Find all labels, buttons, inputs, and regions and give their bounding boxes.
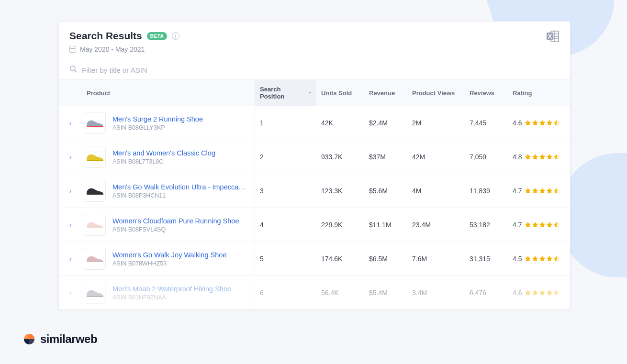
filter-bar — [59, 60, 570, 80]
rating-value: 4.5 — [513, 255, 522, 263]
product-cell: Women's Go Walk Joy Walking ShoeASIN B07… — [82, 242, 255, 276]
cell-reviews: 6,476 — [465, 276, 508, 309]
cell-product-views: 23.4M — [407, 208, 465, 242]
column-rating[interactable]: Rating — [508, 80, 570, 106]
column-search-position[interactable]: Search Position ↑ — [255, 80, 316, 106]
product-thumbnail[interactable] — [84, 248, 106, 270]
column-reviews[interactable]: Reviews — [465, 80, 508, 106]
product-asin: ASIN B08P3HCN11 — [112, 192, 246, 199]
product-asin: ASIN B08L7T3L8C — [112, 158, 215, 165]
date-range-label: May 2020 - May 2021 — [80, 45, 145, 53]
product-asin: ASIN B08FSVL4SQ — [112, 226, 239, 233]
table-row: ›Women's Cloudfoam Pure Running ShoeASIN… — [59, 208, 570, 242]
table-row: ›Men's Moab 2 Waterproof Hiking ShoeASIN… — [59, 276, 570, 309]
product-cell: Men's Moab 2 Waterproof Hiking ShoeASIN … — [82, 276, 255, 309]
cell-reviews: 11,839 — [465, 174, 508, 208]
rating-stars — [525, 154, 560, 160]
table-row: ›Men's and Women's Classic ClogASIN B08L… — [59, 140, 570, 174]
rating-value: 4.8 — [513, 153, 522, 161]
sort-ascending-icon: ↑ — [309, 89, 312, 97]
product-cell: Men's Surge 2 Running ShoeASIN B08GLLY3K… — [82, 106, 255, 140]
brand-name: similarweb — [40, 332, 97, 346]
cell-units-sold: 123.3K — [316, 174, 364, 208]
product-title-link[interactable]: Men's Surge 2 Running Shoe — [112, 115, 203, 123]
product-title-link[interactable]: Men's and Women's Classic Clog — [112, 149, 215, 157]
product-asin: ASIN B078WHHZ53 — [112, 260, 226, 267]
product-title-link[interactable]: Men's Go Walk Evolution Ultra - Impecca… — [112, 183, 246, 191]
cell-revenue: $5.6M — [364, 174, 407, 208]
cell-product-views: 4M — [407, 174, 465, 208]
product-thumbnail[interactable] — [84, 146, 106, 168]
column-expand — [59, 80, 82, 106]
cell-search-position: 4 — [255, 208, 316, 242]
expand-chevron-icon[interactable]: › — [69, 255, 72, 263]
expand-chevron-icon[interactable]: › — [69, 221, 72, 229]
rating-value: 4.6 — [513, 119, 522, 127]
table-row: ›Women's Go Walk Joy Walking ShoeASIN B0… — [59, 242, 570, 276]
column-revenue[interactable]: Revenue — [364, 80, 407, 106]
table-row: ›Men's Surge 2 Running ShoeASIN B08GLLY3… — [59, 106, 570, 140]
rating-value: 4.7 — [513, 187, 522, 195]
info-icon[interactable]: i — [172, 32, 179, 40]
expand-chevron-icon[interactable]: › — [69, 289, 72, 297]
product-title-link[interactable]: Women's Cloudfoam Pure Running Shoe — [112, 217, 239, 225]
cell-revenue: $11.1M — [364, 208, 407, 242]
cell-rating: 4.7 — [508, 208, 570, 242]
cell-rating: 4.8 — [508, 140, 570, 174]
cell-product-views: 2M — [407, 106, 465, 140]
rating-value: 4.7 — [513, 221, 522, 229]
rating-stars — [525, 289, 560, 296]
column-product[interactable]: Product — [82, 80, 255, 106]
cell-search-position: 3 — [255, 174, 316, 208]
product-asin: ASIN B01HF9ZNAA — [112, 294, 231, 301]
page-title: Search Results — [69, 30, 142, 42]
cell-revenue: $2.4M — [364, 106, 407, 140]
svg-line-7 — [75, 70, 77, 72]
column-units-sold[interactable]: Units Sold — [316, 80, 364, 106]
excel-export-icon[interactable] — [546, 30, 560, 43]
cell-rating: 4.7 — [508, 174, 570, 208]
cell-product-views: 42M — [407, 140, 465, 174]
table-row: ›Men's Go Walk Evolution Ultra - Impecca… — [59, 174, 570, 208]
rating-stars — [525, 221, 560, 228]
cell-search-position: 5 — [255, 242, 316, 276]
cell-reviews: 31,315 — [465, 242, 508, 276]
expand-chevron-icon[interactable]: › — [69, 187, 72, 195]
product-title-link[interactable]: Men's Moab 2 Waterproof Hiking Shoe — [112, 285, 231, 293]
results-table: Product Search Position ↑ Units Sold Rev… — [59, 80, 570, 309]
rating-stars — [525, 188, 560, 194]
cell-search-position: 6 — [255, 276, 316, 309]
cell-revenue: $37M — [364, 140, 407, 174]
svg-point-6 — [70, 66, 75, 71]
cell-reviews: 53,182 — [465, 208, 508, 242]
cell-rating: 4.6 — [508, 276, 570, 309]
date-range[interactable]: May 2020 - May 2021 — [69, 45, 179, 53]
product-thumbnail[interactable] — [84, 180, 106, 202]
search-icon — [69, 65, 77, 75]
cell-search-position: 2 — [255, 140, 316, 174]
cell-reviews: 7,059 — [465, 140, 508, 174]
column-product-views[interactable]: Product Views — [407, 80, 465, 106]
product-thumbnail[interactable] — [84, 214, 106, 236]
brand-footer: similarweb — [23, 332, 97, 346]
cell-search-position: 1 — [255, 106, 316, 140]
product-cell: Women's Cloudfoam Pure Running ShoeASIN … — [82, 208, 255, 242]
filter-input[interactable] — [82, 66, 560, 74]
cell-rating: 4.5 — [508, 242, 570, 276]
cell-units-sold: 56.4K — [316, 276, 364, 309]
expand-chevron-icon[interactable]: › — [69, 119, 72, 127]
cell-units-sold: 933.7K — [316, 140, 364, 174]
similarweb-logo-icon — [23, 333, 35, 345]
product-title-link[interactable]: Women's Go Walk Joy Walking Shoe — [112, 251, 226, 259]
product-thumbnail[interactable] — [84, 282, 106, 304]
cell-product-views: 3.4M — [407, 276, 465, 309]
results-panel: Search Results BETA i May 2020 - May 202… — [58, 21, 571, 310]
table-header-row: Product Search Position ↑ Units Sold Rev… — [59, 80, 570, 106]
expand-chevron-icon[interactable]: › — [69, 153, 72, 161]
beta-badge: BETA — [147, 32, 167, 40]
cell-units-sold: 42K — [316, 106, 364, 140]
cell-revenue: $5.4M — [364, 276, 407, 309]
panel-header: Search Results BETA i May 2020 - May 202… — [59, 22, 570, 60]
product-thumbnail[interactable] — [84, 112, 106, 134]
calendar-icon — [69, 46, 76, 53]
